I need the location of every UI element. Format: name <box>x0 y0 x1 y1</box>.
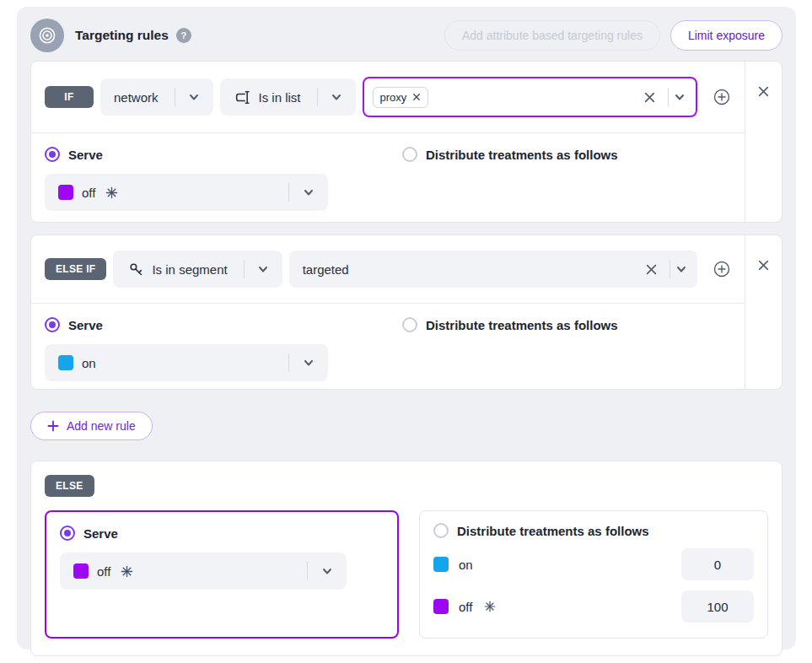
distribute-label: Distribute treatments as follows <box>457 524 649 538</box>
targeting-rules-panel: Targeting rules ? Add attribute based ta… <box>17 7 796 650</box>
distribute-treatment-row: on 0 <box>433 548 754 580</box>
chevron-down-icon[interactable] <box>254 260 272 278</box>
limit-exposure-button[interactable]: Limit exposure <box>670 20 782 51</box>
delete-rule-icon[interactable] <box>754 256 773 275</box>
chevron-down-icon[interactable] <box>327 88 346 106</box>
treatment-swatch <box>433 599 449 614</box>
divider <box>244 260 245 278</box>
rule-keyword-badge: ELSE <box>45 475 94 497</box>
plus-icon <box>47 420 59 432</box>
serve-label: Serve <box>68 318 103 332</box>
serve-option-panel[interactable]: Serve off <box>45 510 399 639</box>
chevron-down-icon[interactable] <box>299 183 318 202</box>
add-new-rule-label: Add new rule <box>67 419 136 433</box>
serve-radio[interactable] <box>60 526 75 541</box>
help-icon[interactable]: ? <box>176 28 191 43</box>
divider <box>307 562 308 580</box>
matcher-select[interactable]: Is in list <box>220 78 356 116</box>
distribute-label: Distribute treatments as follows <box>426 318 618 332</box>
values-multiselect-input[interactable]: proxy <box>363 77 697 117</box>
treatment-percentage-input[interactable]: 100 <box>681 590 754 623</box>
chevron-down-icon[interactable] <box>672 260 691 278</box>
serve-label: Serve <box>83 526 118 541</box>
panel-header: Targeting rules ? Add attribute based ta… <box>30 17 782 54</box>
treatment-percentage-input[interactable]: 0 <box>681 548 754 580</box>
rule-side-column <box>745 62 782 222</box>
default-treatment-asterisk-icon <box>121 565 133 578</box>
divider <box>288 353 289 372</box>
distribute-label: Distribute treatments as follows <box>426 148 618 162</box>
serve-section: Serve Distribute treatments as follows o… <box>31 133 745 223</box>
treatment-select-value: on <box>82 356 96 370</box>
default-treatment-asterisk-icon <box>105 186 118 199</box>
rule-keyword-badge: ELSE IF <box>45 258 106 280</box>
divider <box>669 260 670 278</box>
treatment-select[interactable]: off <box>45 174 328 211</box>
treatment-select[interactable]: on <box>45 344 328 381</box>
treatment-select-value: off <box>82 186 95 200</box>
rule-card-else-if: ELSE IF Is in segment <box>30 234 782 390</box>
matcher-select-value: Is in segment <box>152 262 227 277</box>
treatment-label: on <box>459 558 473 572</box>
treatment-swatch <box>433 557 449 572</box>
treatment-label: off <box>459 600 472 614</box>
condition-row: IF network <box>31 62 745 133</box>
segment-select[interactable]: targeted <box>289 251 697 288</box>
treatment-swatch <box>73 563 89 579</box>
add-condition-icon[interactable] <box>713 260 731 278</box>
chevron-down-icon[interactable] <box>299 353 318 372</box>
serve-section: Serve Distribute treatments as follows o… <box>31 304 745 390</box>
default-rule-card: ELSE Serve off <box>30 461 782 656</box>
value-chip: proxy <box>373 87 429 108</box>
serve-radio[interactable] <box>45 147 60 162</box>
attribute-select[interactable]: network <box>100 78 213 116</box>
divider <box>175 88 175 106</box>
divider <box>668 88 669 106</box>
rule-card-if: IF network <box>30 61 782 223</box>
distribute-treatment-row: off 100 <box>433 590 754 623</box>
treatment-swatch <box>58 185 73 200</box>
distribute-radio[interactable] <box>402 317 417 332</box>
condition-row: ELSE IF Is in segment <box>31 235 745 304</box>
matcher-select[interactable]: Is in segment <box>113 251 282 288</box>
attribute-select-value: network <box>114 90 159 105</box>
text-select-icon <box>235 89 251 105</box>
add-attribute-rules-button[interactable]: Add attribute based targeting rules <box>444 20 660 51</box>
serve-radio[interactable] <box>45 317 60 332</box>
value-chip-label: proxy <box>380 91 407 104</box>
clear-segment-icon[interactable] <box>642 260 661 279</box>
add-new-rule-button[interactable]: Add new rule <box>30 412 153 440</box>
segment-select-value: targeted <box>303 262 349 277</box>
rule-keyword-badge: IF <box>45 86 94 108</box>
distribute-option-panel[interactable]: Distribute treatments as follows on 0 of… <box>419 510 768 639</box>
treatment-select[interactable]: off <box>60 552 347 590</box>
page-title: Targeting rules <box>75 28 169 43</box>
rule-side-column <box>745 235 782 389</box>
default-treatment-asterisk-icon <box>484 601 496 612</box>
clear-values-icon[interactable] <box>640 88 659 107</box>
divider <box>288 183 289 202</box>
matcher-select-value: Is in list <box>259 90 301 105</box>
chevron-down-icon[interactable] <box>318 562 336 580</box>
target-icon <box>30 19 64 52</box>
delete-rule-icon[interactable] <box>754 82 773 101</box>
chip-remove-icon[interactable] <box>412 93 421 101</box>
key-icon <box>128 261 144 278</box>
distribute-radio[interactable] <box>433 523 449 538</box>
treatment-select-value: off <box>97 564 110 579</box>
distribute-radio[interactable] <box>402 147 417 162</box>
add-condition-icon[interactable] <box>713 88 731 106</box>
divider <box>317 88 318 106</box>
treatment-swatch <box>58 355 73 370</box>
chevron-down-icon[interactable] <box>185 88 203 106</box>
chevron-down-icon[interactable] <box>670 88 689 106</box>
serve-label: Serve <box>68 148 103 162</box>
